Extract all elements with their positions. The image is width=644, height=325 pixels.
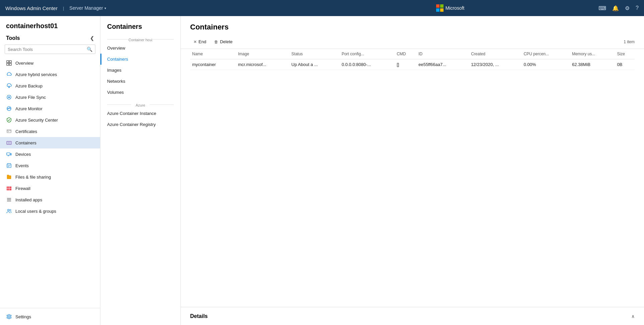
- section-label-azure: Azure: [100, 101, 180, 108]
- svg-rect-2: [7, 63, 9, 65]
- details-title: Details: [190, 313, 208, 319]
- ms-square-red: [436, 4, 439, 8]
- azure-monitor-icon: [6, 106, 12, 112]
- second-panel-volumes[interactable]: Volumes: [100, 87, 180, 98]
- sidebar-footer: Settings: [0, 308, 100, 325]
- table-row[interactable]: mycontainermcr.microsof...Up About a ...…: [190, 59, 635, 70]
- col-port-config: Port config...: [340, 49, 395, 59]
- hostname: containerhost01: [0, 16, 100, 32]
- sidebar-item-overview[interactable]: Overview: [0, 57, 100, 69]
- sidebar-item-label-certificates: Certificates: [15, 129, 37, 134]
- second-panel-azure-container-instance[interactable]: Azure Container Instance: [100, 108, 180, 119]
- sidebar-item-files[interactable]: Files & file sharing: [0, 171, 100, 183]
- svg-rect-14: [10, 153, 11, 155]
- delete-label: Delete: [220, 39, 233, 44]
- overview-icon: [6, 60, 12, 66]
- svg-point-31: [8, 316, 10, 318]
- sidebar-item-label-settings: Settings: [15, 314, 31, 319]
- second-panel-overview[interactable]: Overview: [100, 43, 180, 54]
- sidebar-item-devices[interactable]: Devices: [0, 148, 100, 160]
- col-status: Status: [290, 49, 340, 59]
- sidebar-item-containers[interactable]: Containers: [0, 137, 100, 148]
- cell-cmd: []: [395, 59, 416, 70]
- containers-icon: [6, 140, 12, 146]
- ms-square-yellow: [440, 8, 444, 12]
- col-cmd: CMD: [395, 49, 416, 59]
- sidebar-item-local-users[interactable]: Local users & groups: [0, 205, 100, 217]
- app-brand: Windows Admin Center: [5, 5, 58, 11]
- topbar-center: Microsoft: [302, 4, 598, 12]
- tools-label: Tools: [6, 35, 20, 41]
- azure-hybrid-icon: [6, 71, 12, 77]
- svg-rect-13: [7, 153, 10, 155]
- sidebar-item-label-containers: Containers: [15, 140, 36, 145]
- second-panel-containers[interactable]: Containers: [100, 54, 180, 65]
- second-panel-azure-container-registry[interactable]: Azure Container Registry: [100, 119, 180, 130]
- sidebar-item-events[interactable]: Events: [0, 160, 100, 171]
- search-input[interactable]: [8, 47, 87, 52]
- settings-icon[interactable]: ⚙: [625, 5, 630, 11]
- sidebar-item-certificates[interactable]: Certificates: [0, 126, 100, 137]
- end-icon: ✕: [193, 40, 197, 44]
- table-body: mycontainermcr.microsof...Up About a ...…: [190, 59, 635, 70]
- certificates-icon: [6, 128, 12, 134]
- delete-button[interactable]: 🗑 Delete: [211, 38, 236, 46]
- content-area: Containers ✕ End 🗑 Delete 1 item Name Im…: [181, 16, 644, 325]
- sidebar-item-azure-file-sync[interactable]: Azure File Sync: [0, 91, 100, 103]
- details-panel: Details ∧: [181, 307, 644, 325]
- table-header-row: Name Image Status Port config... CMD ID …: [190, 49, 635, 59]
- cell-status: Up About a ...: [290, 59, 340, 70]
- svg-rect-11: [8, 142, 9, 144]
- end-button[interactable]: ✕ End: [190, 38, 210, 46]
- ms-square-green: [440, 4, 444, 8]
- main-layout: containerhost01 Tools ❮ 🔍 Overview Azu: [0, 16, 644, 325]
- help-icon[interactable]: ?: [636, 5, 639, 11]
- notifications-icon[interactable]: 🔔: [612, 5, 619, 11]
- svg-point-29: [8, 209, 9, 211]
- second-panel: Containers Container host Overview Conta…: [100, 16, 181, 325]
- col-created: Created: [469, 49, 521, 59]
- content-toolbar: ✕ End 🗑 Delete 1 item: [181, 35, 644, 49]
- svg-rect-10: [7, 141, 11, 144]
- sidebar-item-label-events: Events: [15, 163, 29, 168]
- sidebar-item-azure-backup[interactable]: Azure Backup: [0, 80, 100, 91]
- details-chevron[interactable]: ∧: [631, 314, 635, 319]
- content-title: Containers: [190, 23, 635, 31]
- second-panel-images[interactable]: Images: [100, 65, 180, 76]
- delete-icon: 🗑: [214, 40, 218, 44]
- second-panel-title: Containers: [100, 23, 180, 36]
- sidebar-item-azure-hybrid-services[interactable]: Azure hybrid services: [0, 69, 100, 80]
- sidebar-item-label-local-users: Local users & groups: [15, 209, 56, 214]
- sidebar-item-azure-monitor[interactable]: Azure Monitor: [0, 103, 100, 114]
- svg-rect-0: [7, 61, 9, 63]
- search-tools-container: 🔍: [5, 45, 95, 54]
- svg-rect-1: [9, 61, 11, 63]
- firewall-icon: [6, 185, 12, 191]
- tools-header: Tools ❮: [0, 32, 100, 45]
- server-manager-dropdown[interactable]: Server Manager ▾: [69, 5, 106, 11]
- svg-point-30: [10, 209, 11, 211]
- topbar-divider: |: [63, 6, 64, 11]
- sidebar-item-settings[interactable]: Settings: [6, 312, 94, 322]
- sidebar-collapse-button[interactable]: ❮: [90, 36, 94, 41]
- sidebar-item-label-installed-apps: Installed apps: [15, 197, 42, 202]
- terminal-icon[interactable]: ⌨: [598, 5, 606, 11]
- sidebar-item-label-azure-backup: Azure Backup: [15, 83, 43, 88]
- svg-rect-21: [7, 187, 11, 190]
- cell-cpu_percent: 0.00%: [521, 59, 570, 70]
- azure-backup-icon: [6, 83, 12, 89]
- ms-square-blue: [436, 8, 439, 12]
- chevron-down-icon: ▾: [104, 6, 106, 10]
- sidebar-item-label-azure-monitor: Azure Monitor: [15, 106, 43, 111]
- sidebar-item-firewall[interactable]: Firewall: [0, 183, 100, 194]
- table-header: Name Image Status Port config... CMD ID …: [190, 49, 635, 59]
- sidebar-item-installed-apps[interactable]: Installed apps: [0, 194, 100, 205]
- second-panel-networks[interactable]: Networks: [100, 76, 180, 87]
- end-label: End: [198, 39, 206, 44]
- sidebar-item-label-azure-security: Azure Security Center: [15, 118, 58, 123]
- devices-icon: [6, 151, 12, 157]
- svg-rect-12: [9, 142, 10, 144]
- sidebar-item-label-firewall: Firewall: [15, 186, 30, 191]
- sidebar-item-azure-security-center[interactable]: Azure Security Center: [0, 114, 100, 126]
- microsoft-logo: Microsoft: [436, 4, 465, 12]
